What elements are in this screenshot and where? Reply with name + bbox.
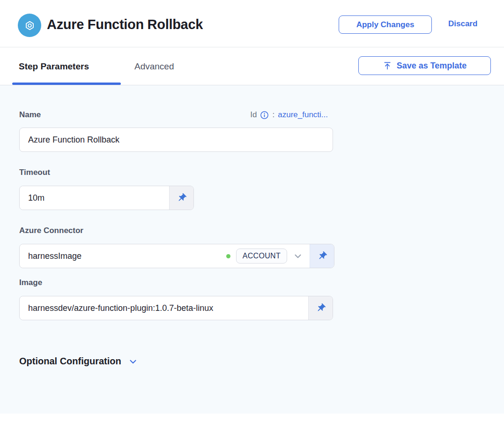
connector-extras: ACCOUNT [226, 244, 310, 268]
name-input[interactable] [19, 128, 333, 152]
tab-advanced[interactable]: Advanced [134, 47, 174, 85]
azure-connector-label: Azure Connector [19, 226, 83, 235]
tab-step-parameters[interactable]: Step Parameters [19, 47, 89, 85]
step-parameters-form: Name Id : azure_functi... Timeout Azure … [0, 85, 504, 414]
discard-button[interactable]: Discard [448, 19, 477, 29]
chevron-down-icon [128, 356, 138, 367]
timeout-input-type-button[interactable] [169, 186, 193, 210]
info-icon[interactable] [260, 111, 269, 120]
chevron-down-icon[interactable] [293, 251, 303, 261]
panel-header: Azure Function Rollback Apply Changes Di… [0, 0, 504, 47]
connector-status-dot [226, 254, 230, 258]
hexagon-nut-icon [23, 19, 36, 32]
id-label: Id [250, 110, 257, 120]
step-id-row: Id : azure_functi... [250, 110, 328, 120]
pushpin-icon [317, 251, 327, 261]
save-as-template-button[interactable]: Save as Template [358, 56, 491, 75]
optional-configuration-label: Optional Configuration [19, 356, 121, 367]
bottom-strip [0, 414, 504, 422]
timeout-label: Timeout [19, 168, 50, 177]
step-icon [18, 14, 41, 37]
image-input[interactable] [20, 296, 308, 320]
image-input-type-button[interactable] [308, 296, 333, 320]
id-colon: : [272, 110, 274, 120]
pushpin-icon [177, 193, 187, 203]
connector-input-type-button[interactable] [310, 244, 334, 268]
image-label: Image [19, 278, 42, 287]
page-title: Azure Function Rollback [47, 17, 203, 32]
connector-scope-badge: ACCOUNT [236, 249, 287, 264]
optional-configuration-toggle[interactable]: Optional Configuration [19, 356, 138, 367]
azure-connector-field: ACCOUNT [19, 244, 334, 268]
upload-icon [383, 61, 392, 70]
azure-connector-input[interactable] [20, 244, 226, 268]
pushpin-icon [316, 303, 326, 313]
timeout-field [19, 186, 194, 210]
step-id-value[interactable]: azure_functi... [278, 110, 328, 120]
image-field [19, 296, 333, 320]
timeout-input[interactable] [20, 186, 169, 210]
step-config-panel: Azure Function Rollback Apply Changes Di… [0, 0, 504, 422]
name-label: Name [19, 110, 41, 120]
active-tab-underline [12, 83, 121, 85]
tab-bar: Step Parameters Advanced Save as Templat… [0, 47, 504, 85]
apply-changes-button[interactable]: Apply Changes [339, 15, 432, 34]
save-as-template-label: Save as Template [397, 61, 467, 71]
